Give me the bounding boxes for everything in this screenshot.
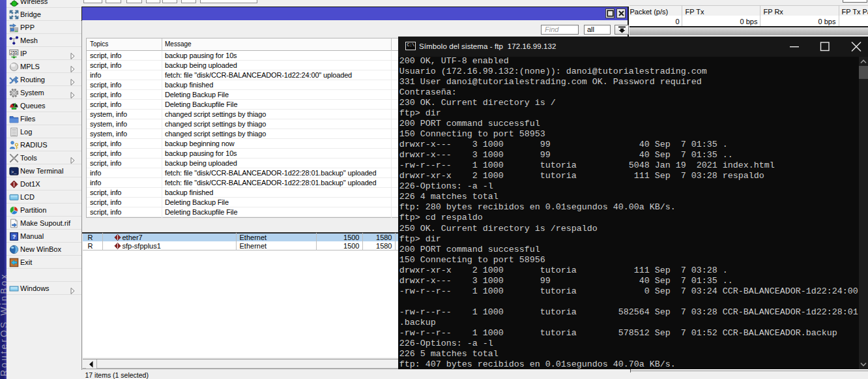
- svg-text:>_: >_: [11, 169, 17, 174]
- svg-text:?: ?: [12, 234, 16, 240]
- svg-text:255: 255: [10, 50, 18, 54]
